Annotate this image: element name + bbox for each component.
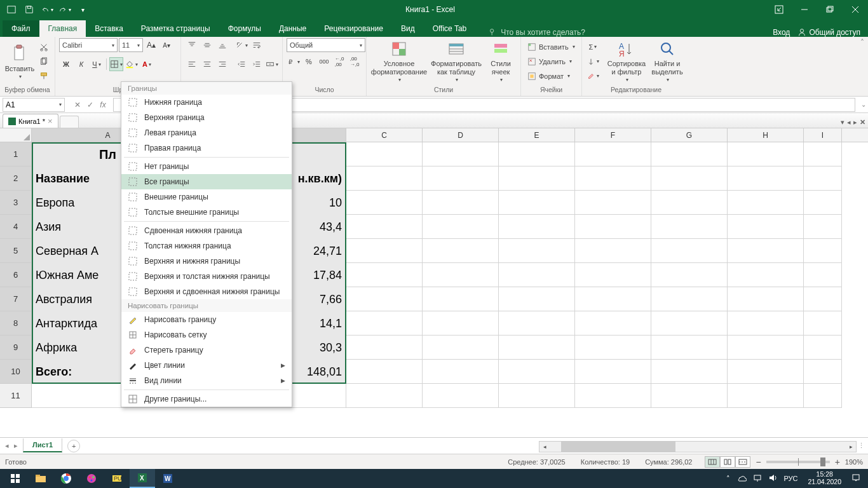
cell-D4[interactable]	[423, 215, 499, 239]
fill-button[interactable]: ▾	[586, 55, 600, 69]
column-header-C[interactable]: C	[346, 128, 423, 142]
cell-G4[interactable]	[651, 215, 728, 239]
comma-format[interactable]: 000	[317, 55, 331, 69]
cell-H1[interactable]	[728, 142, 804, 166]
align-bottom[interactable]	[215, 38, 229, 52]
borders-button[interactable]: ▾	[109, 57, 123, 71]
undo-button[interactable]: ▾	[38, 1, 56, 18]
enter-formula-button[interactable]: ✓	[84, 100, 97, 109]
hscroll-splitter[interactable]: ⋮	[858, 442, 867, 450]
expand-formula-bar[interactable]: ⌄	[861, 101, 866, 108]
collapse-ribbon-button[interactable]: ˄	[860, 38, 864, 47]
delete-cells-button[interactable]: Удалить▾	[525, 55, 578, 69]
file-tab[interactable]: Файл	[3, 20, 39, 37]
cell-C2[interactable]	[346, 166, 423, 191]
cell-C5[interactable]	[346, 239, 423, 263]
italic-button[interactable]: К	[74, 57, 88, 71]
view-normal[interactable]	[705, 456, 720, 468]
clear-button[interactable]: ▾	[586, 69, 600, 83]
column-header-D[interactable]: D	[423, 128, 499, 142]
tab-insert[interactable]: Вставка	[86, 20, 132, 37]
task-app[interactable]: PU	[104, 469, 130, 488]
menu-item-border-6[interactable]: Внешние границы	[121, 189, 292, 205]
menu-item-border-11[interactable]: Верхняя и толстая нижняя границы	[121, 269, 292, 284]
menu-item-border-15[interactable]: Стереть границу	[121, 342, 292, 358]
column-header-E[interactable]: E	[499, 128, 575, 142]
menu-item-border-7[interactable]: Толстые внешние границы	[121, 205, 292, 220]
row-header-5[interactable]: 5	[0, 239, 32, 263]
menu-item-border-1[interactable]: Верхняя граница	[121, 110, 292, 125]
row-header-8[interactable]: 8	[0, 311, 32, 336]
cell-H4[interactable]	[728, 215, 804, 239]
cell-E3[interactable]	[499, 191, 575, 215]
cell-H5[interactable]	[728, 239, 804, 263]
tab-data[interactable]: Данные	[270, 20, 315, 37]
cell-D2[interactable]	[423, 166, 499, 191]
cell-E4[interactable]	[499, 215, 575, 239]
column-header-F[interactable]: F	[575, 128, 651, 142]
cell-F4[interactable]	[575, 215, 651, 239]
align-middle[interactable]	[200, 38, 214, 52]
cell-E6[interactable]	[499, 263, 575, 287]
tab-office-tab[interactable]: Office Tab	[424, 20, 476, 37]
conditional-formatting-button[interactable]: Условное форматирование▾	[370, 40, 428, 83]
cell-C9[interactable]	[346, 336, 423, 360]
tray-onedrive-icon[interactable]	[736, 474, 747, 483]
select-all-corner[interactable]	[0, 128, 32, 142]
cell-D8[interactable]	[423, 311, 499, 336]
cell-H11[interactable]	[728, 384, 804, 408]
cell-D10[interactable]	[423, 360, 499, 384]
tray-network-icon[interactable]	[753, 473, 762, 484]
zoom-out[interactable]: −	[756, 457, 761, 467]
cell-G5[interactable]	[651, 239, 728, 263]
cancel-formula-button[interactable]: ✕	[71, 100, 84, 109]
bold-button[interactable]: Ж	[59, 57, 73, 71]
cell-G1[interactable]	[651, 142, 728, 166]
cell-G9[interactable]	[651, 336, 728, 360]
merge-center-button[interactable]: ▾	[265, 57, 279, 71]
row-header-11[interactable]: 11	[0, 384, 32, 408]
cell-C4[interactable]	[346, 215, 423, 239]
cell-G10[interactable]	[651, 360, 728, 384]
column-header-I[interactable]: I	[804, 128, 842, 142]
cell-E11[interactable]	[499, 384, 575, 408]
fill-color-button[interactable]: ▾	[125, 57, 139, 71]
sort-filter-button[interactable]: АЯ Сортировка и фильтр▾	[606, 40, 647, 83]
format-as-table-button[interactable]: Форматировать как таблицу▾	[429, 40, 484, 83]
row-header-4[interactable]: 4	[0, 215, 32, 239]
cell-D9[interactable]	[423, 336, 499, 360]
cell-G2[interactable]	[651, 166, 728, 191]
task-chrome[interactable]	[53, 469, 79, 488]
cell-G11[interactable]	[651, 384, 728, 408]
cell-C1[interactable]	[346, 142, 423, 166]
cell-C10[interactable]	[346, 360, 423, 384]
cell-I1[interactable]	[804, 142, 842, 166]
menu-item-border-8[interactable]: Сдвоенная нижняя граница	[121, 223, 292, 238]
format-painter-button[interactable]	[37, 69, 51, 83]
minimize-button[interactable]	[792, 1, 817, 18]
cell-C11[interactable]	[346, 384, 423, 408]
cell-I6[interactable]	[804, 263, 842, 287]
cell-F5[interactable]	[575, 239, 651, 263]
cell-E2[interactable]	[499, 166, 575, 191]
cell-F9[interactable]	[575, 336, 651, 360]
tray-volume-icon[interactable]	[768, 473, 777, 484]
task-explorer[interactable]	[28, 469, 53, 488]
cell-C8[interactable]	[346, 311, 423, 336]
cell-E1[interactable]	[499, 142, 575, 166]
cell-C6[interactable]	[346, 263, 423, 287]
cell-C7[interactable]	[346, 287, 423, 311]
cell-F6[interactable]	[575, 263, 651, 287]
wrap-text-button[interactable]	[250, 38, 264, 52]
increase-indent[interactable]	[250, 57, 264, 71]
increase-decimal[interactable]: ←,0,00	[332, 55, 346, 69]
cell-I4[interactable]	[804, 215, 842, 239]
cell-H8[interactable]	[728, 311, 804, 336]
align-top[interactable]	[185, 38, 199, 52]
cut-button[interactable]	[37, 40, 51, 54]
cell-F3[interactable]	[575, 191, 651, 215]
number-format-combo[interactable]: Общий▾	[287, 38, 365, 52]
cell-H3[interactable]	[728, 191, 804, 215]
menu-item-border-16[interactable]: Цвет линии▶	[121, 358, 292, 373]
cell-H6[interactable]	[728, 263, 804, 287]
